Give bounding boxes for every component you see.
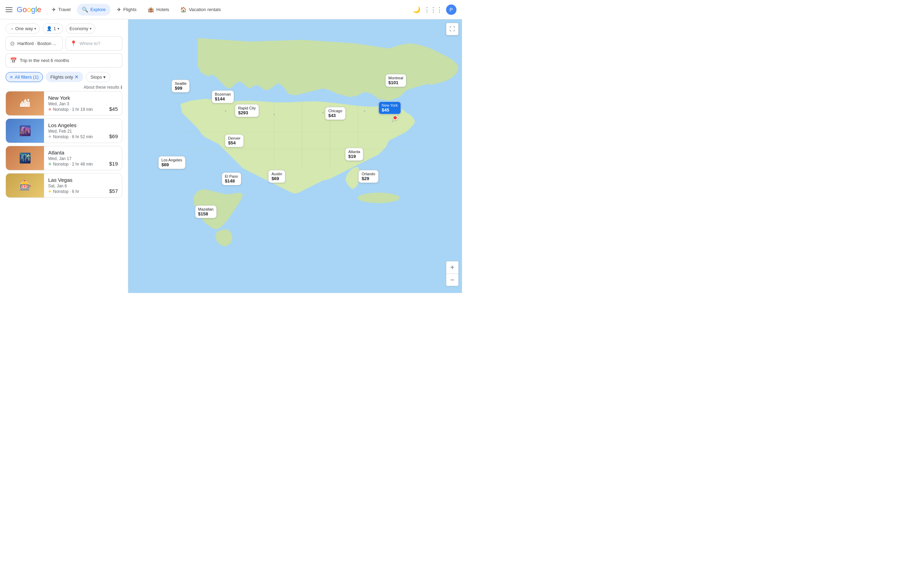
- map-area[interactable]: Seattle $99 Los Angeles $69 Bozeman $144…: [128, 20, 462, 293]
- result-price: $69: [105, 119, 122, 143]
- tab-explore-label: Explore: [91, 7, 106, 12]
- topnav-right: 🌙 ⋮⋮⋮ P: [413, 5, 457, 15]
- class-selector[interactable]: Economy ▾: [66, 23, 95, 34]
- map-city-name: Mazatlan: [198, 207, 214, 211]
- map-label-atlanta[interactable]: Atlanta $19: [345, 148, 363, 161]
- tab-hotels[interactable]: 🏨 Hotels: [143, 4, 174, 16]
- map-label-bozeman[interactable]: Bozeman $144: [212, 91, 234, 103]
- airline-icon: ✈: [48, 162, 52, 166]
- svg-point-9: [358, 193, 399, 203]
- trip-type-label: One way: [15, 26, 33, 31]
- map-label-orlando[interactable]: Orlando $29: [358, 170, 378, 183]
- flights-only-close-icon[interactable]: ✕: [74, 74, 79, 80]
- result-card[interactable]: 🌃 Atlanta Wed, Jan 17 ✈ Nonstop · 2 hr 4…: [5, 146, 122, 170]
- result-image: 🏙: [6, 91, 44, 115]
- result-price: $57: [105, 173, 122, 198]
- dark-mode-button[interactable]: 🌙: [413, 6, 421, 13]
- map-zoom-controls: + −: [446, 261, 459, 286]
- trip-type-selector[interactable]: → One way ▾: [5, 23, 40, 34]
- tab-flights-label: Flights: [124, 7, 137, 12]
- result-info: Los Angeles Wed, Feb 21 ✈ Nonstop · 6 hr…: [44, 119, 105, 143]
- vacation-icon: 🏠: [180, 7, 187, 13]
- tab-explore[interactable]: 🔍 Explore: [77, 4, 111, 16]
- map-label-rapid-city[interactable]: Rapid City $293: [235, 104, 259, 117]
- result-flight: ✈ Nonstop · 1 hr 19 min: [48, 107, 101, 112]
- zoom-in-button[interactable]: +: [446, 261, 459, 273]
- passengers-selector[interactable]: 👤 1 ▾: [43, 23, 63, 34]
- filters-row: ≡ All filters (1) Flights only ✕ Stops ▾: [5, 72, 122, 82]
- result-image: 🌆: [6, 119, 44, 143]
- map-city-name: El Paso: [225, 174, 238, 178]
- flights-only-tag[interactable]: Flights only ✕: [46, 72, 83, 82]
- map-label-montreal[interactable]: Montreal $101: [385, 74, 406, 87]
- map-expand-button[interactable]: ⛶: [446, 23, 459, 35]
- date-input[interactable]: 📅 Trip in the next 6 months: [5, 53, 122, 67]
- origin-icon: ⊙: [10, 40, 15, 47]
- avatar[interactable]: P: [446, 5, 457, 15]
- result-info: Las Vegas Sat, Jan 6 ✈ Nonstop · 6 hr: [44, 173, 105, 198]
- destination-input[interactable]: 📍 Where to?: [66, 36, 123, 51]
- calendar-icon: 📅: [10, 57, 17, 64]
- svg-point-12: [322, 112, 324, 114]
- trip-type-chevron: ▾: [34, 27, 36, 30]
- map-price: $101: [389, 80, 403, 85]
- map-label-seattle[interactable]: Seattle $99: [172, 80, 190, 92]
- map-label-new-york[interactable]: New York $45: [378, 102, 401, 114]
- map-label-los-angeles[interactable]: Los Angeles $69: [158, 156, 185, 169]
- destination-placeholder: Where to?: [80, 41, 101, 46]
- result-card[interactable]: 🏙 New York Wed, Jan 3 ✈ Nonstop · 1 hr 1…: [5, 91, 122, 116]
- hamburger-menu[interactable]: [5, 5, 14, 14]
- info-icon[interactable]: ℹ: [120, 85, 122, 90]
- all-filters-button[interactable]: ≡ All filters (1): [5, 72, 43, 82]
- stops-chevron: ▾: [103, 74, 106, 80]
- map-city-name: Austin: [271, 172, 282, 176]
- result-price: $19: [105, 146, 122, 170]
- airline-icon: ✈: [48, 107, 52, 112]
- result-date: Wed, Jan 3: [48, 102, 101, 106]
- result-city: Los Angeles: [48, 122, 101, 128]
- origin-marker: [393, 115, 398, 120]
- zoom-out-button[interactable]: −: [446, 273, 459, 286]
- tab-flights[interactable]: ✈ Flights: [112, 4, 142, 16]
- result-flight: ✈ Nonstop · 2 hr 48 min: [48, 162, 101, 166]
- result-info: New York Wed, Jan 3 ✈ Nonstop · 1 hr 19 …: [44, 91, 105, 115]
- result-card[interactable]: 🎰 Las Vegas Sat, Jan 6 ✈ Nonstop · 6 hr …: [5, 173, 122, 198]
- svg-point-14: [392, 121, 393, 122]
- map-price: $69: [162, 162, 182, 167]
- stops-label: Stops: [91, 74, 102, 80]
- origin-input[interactable]: ⊙ Hartford · Boston ...: [5, 36, 63, 51]
- result-date: Wed, Jan 17: [48, 156, 101, 161]
- result-cards: 🏙 New York Wed, Jan 3 ✈ Nonstop · 1 hr 1…: [5, 91, 122, 198]
- map-label-austin[interactable]: Austin $69: [268, 170, 285, 183]
- map-label-mazatlan[interactable]: Mazatlan $158: [195, 206, 217, 218]
- map-price: $293: [238, 110, 256, 115]
- tab-travel[interactable]: ✈ Travel: [47, 4, 76, 16]
- apps-grid-button[interactable]: ⋮⋮⋮: [424, 6, 442, 13]
- result-card[interactable]: 🌆 Los Angeles Wed, Feb 21 ✈ Nonstop · 6 …: [5, 119, 122, 143]
- tab-travel-label: Travel: [58, 7, 71, 12]
- airline-icon: ✈: [48, 189, 52, 194]
- sidebar: → One way ▾ 👤 1 ▾ Economy ▾ ⊙ Har: [0, 20, 128, 293]
- map-price: $45: [381, 107, 398, 112]
- nav-tabs: ✈ Travel 🔍 Explore ✈ Flights 🏨 Hotels 🏠 …: [47, 4, 226, 16]
- search-controls: → One way ▾ 👤 1 ▾ Economy ▾ ⊙ Har: [5, 23, 122, 82]
- result-city: New York: [48, 95, 101, 101]
- flights-only-label: Flights only: [50, 74, 73, 80]
- result-image: 🎰: [6, 173, 44, 198]
- flight-detail: Nonstop · 6 hr 52 min: [53, 134, 93, 139]
- flight-detail: Nonstop · 6 hr: [53, 189, 79, 194]
- map-price: $144: [215, 96, 231, 102]
- svg-point-11: [274, 114, 275, 115]
- date-label: Trip in the next 6 months: [20, 58, 69, 63]
- passengers-chevron: ▾: [58, 27, 59, 30]
- map-price: $148: [225, 178, 238, 184]
- hotels-icon: 🏨: [148, 7, 154, 13]
- top-navigation: Google ✈ Travel 🔍 Explore ✈ Flights 🏨 Ho…: [0, 0, 462, 20]
- result-flight: ✈ Nonstop · 6 hr: [48, 189, 101, 194]
- tab-vacation[interactable]: 🏠 Vacation rentals: [175, 4, 226, 16]
- map-label-chicago[interactable]: Chicago $43: [325, 107, 345, 120]
- stops-filter-button[interactable]: Stops ▾: [86, 72, 110, 82]
- google-logo: Google: [16, 5, 41, 14]
- map-label-denver[interactable]: Denver $54: [225, 134, 243, 147]
- map-label-el-paso[interactable]: El Paso $148: [222, 173, 241, 185]
